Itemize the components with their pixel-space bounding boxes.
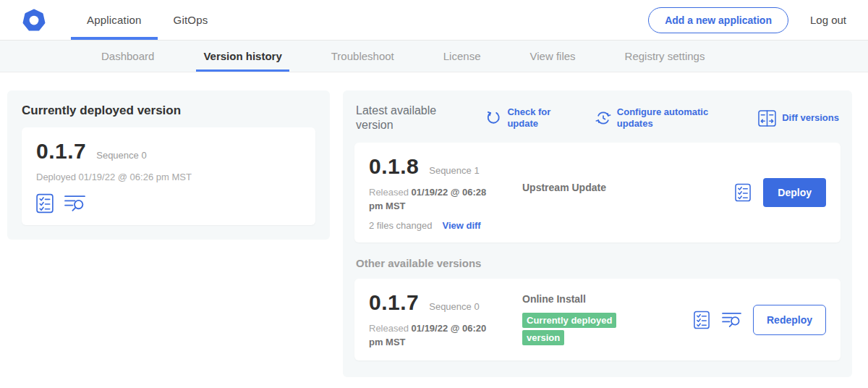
currently-deployed-badge-wrap: Currently deployed version [522, 311, 632, 347]
latest-version-col: 0.1.8 Sequence 1 Released 01/19/22 @ 06:… [369, 154, 522, 231]
latest-panel-header: Latest available version Check for updat… [354, 104, 841, 132]
topnav-tabs: Application GitOps [71, 0, 224, 40]
other-version-col: 0.1.7 Sequence 0 Released 01/19/22 @ 06:… [369, 290, 522, 350]
deployed-version-number: 0.1.7 [36, 139, 86, 164]
other-source-col: Online Install Currently deployed versio… [522, 290, 694, 350]
configure-auto-updates-action[interactable]: Configure automatic updates [595, 106, 724, 130]
other-version-row: 0.1.7 Sequence 0 [369, 290, 522, 315]
latest-released-prefix: Released [369, 187, 409, 198]
currently-deployed-panel: Currently deployed version 0.1.7 Sequenc… [7, 90, 330, 240]
subnav-dashboard-label: Dashboard [101, 50, 154, 62]
subnav-registry-settings[interactable]: Registry settings [600, 41, 730, 72]
tab-application-label: Application [87, 14, 142, 26]
subnav-troubleshoot-label: Troubleshoot [331, 50, 394, 62]
check-for-update-label: Check for update [507, 106, 561, 130]
add-application-button[interactable]: Add a new application [648, 7, 788, 33]
latest-version-row: 0.1.8 Sequence 1 [369, 154, 522, 179]
subnav-troubleshoot[interactable]: Troubleshoot [307, 41, 419, 72]
deploy-button[interactable]: Deploy [763, 178, 826, 207]
other-version-number: 0.1.7 [369, 290, 419, 315]
refresh-circle-icon [485, 110, 501, 126]
checklist-icon[interactable] [735, 183, 752, 202]
tab-gitops-label: GitOps [174, 14, 208, 26]
subnav-view-files[interactable]: View files [505, 41, 600, 72]
subnav-license[interactable]: License [419, 41, 506, 72]
other-versions-title: Other available versions [356, 257, 839, 269]
check-for-update-action[interactable]: Check for update [485, 106, 561, 130]
logout-link[interactable]: Log out [810, 14, 846, 26]
latest-source-label: Upstream Update [522, 182, 606, 193]
latest-sequence: Sequence 1 [429, 165, 479, 176]
latest-panel-title: Latest available version [356, 104, 451, 132]
deployed-date-line: Deployed 01/19/22 @ 06:26 pm MST [36, 171, 301, 185]
checklist-icon[interactable] [36, 193, 54, 214]
latest-released-line: Released 01/19/22 @ 06:28 pm MST [369, 186, 492, 214]
deployed-version-row: 0.1.7 Sequence 0 [36, 139, 301, 164]
other-actions-col: Redeploy [694, 305, 826, 335]
configure-auto-updates-label: Configure automatic updates [617, 106, 724, 130]
currently-deployed-badge: Currently deployed version [522, 313, 616, 346]
deployed-panel-title: Currently deployed version [22, 104, 315, 118]
latest-source-col: Upstream Update [522, 154, 735, 231]
latest-files-row: 2 files changed View diff [369, 220, 522, 231]
sync-clock-icon [595, 110, 611, 126]
app-logo-icon[interactable] [22, 8, 46, 33]
tab-application[interactable]: Application [71, 0, 158, 40]
redeploy-button[interactable]: Redeploy [753, 305, 826, 335]
other-released-line: Released 01/19/22 @ 06:20 pm MST [369, 322, 492, 350]
deployed-date-prefix: Deployed [36, 172, 76, 182]
subnav-version-history-label: Version history [203, 50, 281, 62]
deployed-date-value: 01/19/22 @ 06:26 pm MST [79, 172, 192, 182]
files-changed-text: 2 files changed [369, 220, 432, 231]
view-diff-link[interactable]: View diff [442, 220, 480, 231]
subnav-registry-settings-label: Registry settings [625, 50, 705, 62]
other-sequence: Sequence 0 [429, 301, 479, 312]
tab-gitops[interactable]: GitOps [158, 0, 224, 40]
deployed-version-card: 0.1.7 Sequence 0 Deployed 01/19/22 @ 06:… [22, 127, 315, 225]
subnav-dashboard[interactable]: Dashboard [77, 41, 179, 72]
diff-versions-action[interactable]: Diff versions [758, 110, 839, 127]
deployed-icon-row [36, 193, 301, 214]
other-release-card: 0.1.7 Sequence 0 Released 01/19/22 @ 06:… [354, 279, 841, 361]
top-nav: Application GitOps Add a new application… [0, 0, 868, 41]
other-released-prefix: Released [369, 323, 409, 334]
latest-version-number: 0.1.8 [369, 154, 419, 179]
main-content: Currently deployed version 0.1.7 Sequenc… [0, 72, 868, 386]
latest-release-card: 0.1.8 Sequence 1 Released 01/19/22 @ 06:… [354, 143, 841, 242]
subnav-license-label: License [443, 50, 481, 62]
latest-available-panel: Latest available version Check for updat… [343, 90, 852, 377]
other-source-label: Online Install [522, 293, 586, 305]
subnav-version-history[interactable]: Version history [179, 41, 306, 72]
view-logs-icon[interactable] [722, 311, 741, 328]
diff-columns-icon [758, 110, 776, 127]
app-subnav: Dashboard Version history Troubleshoot L… [0, 41, 868, 72]
diff-versions-label: Diff versions [782, 112, 839, 124]
subnav-view-files-label: View files [529, 50, 575, 62]
checklist-icon[interactable] [694, 311, 710, 329]
view-logs-icon[interactable] [64, 194, 85, 212]
deployed-sequence: Sequence 0 [96, 150, 146, 161]
latest-actions-col: Deploy [735, 178, 826, 207]
